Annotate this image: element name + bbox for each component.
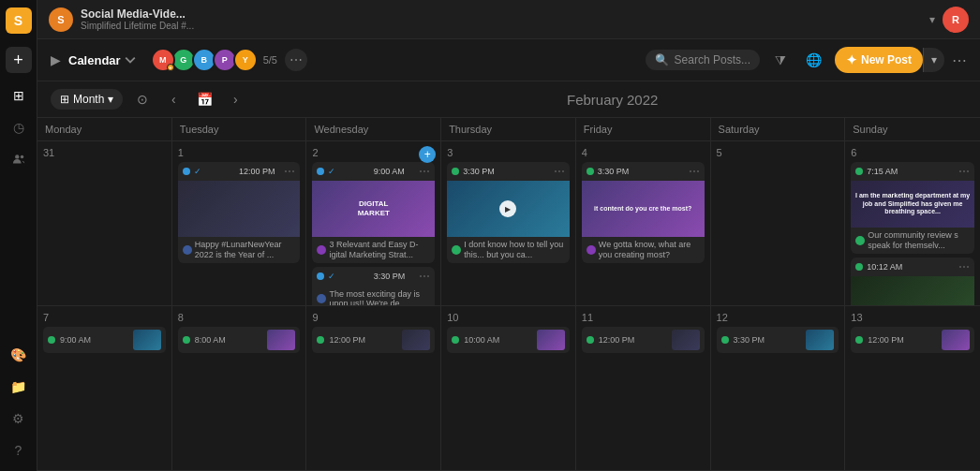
play-icon: ▶: [499, 200, 516, 217]
day-number-4: 4: [582, 147, 705, 158]
prev-month-button[interactable]: ‹: [162, 88, 185, 110]
post-card-header: 3:30 PM ⋯: [447, 162, 570, 181]
workspace-subtitle: Simplified Lifetime Deal #...: [81, 21, 922, 31]
post-thumbnail: [178, 181, 301, 237]
post-card[interactable]: ✓ 12:00 PM ⋯ Happy #LunarNewYear 2022 is…: [178, 162, 301, 263]
new-post-plus-icon: ✦: [846, 52, 857, 67]
sidebar-item-settings[interactable]: ⚙: [6, 405, 32, 432]
post-time: 9:00 AM: [374, 167, 415, 176]
logo-text: S: [14, 13, 22, 28]
filter-button[interactable]: ⧩: [767, 47, 794, 73]
mini-time: 10:00 AM: [464, 335, 499, 345]
view-pin-button[interactable]: ⊙: [130, 87, 155, 111]
post-card[interactable]: ✓ 9:00 AM ⋯ DIGITALMARKET 3 Relevant and…: [312, 162, 435, 263]
sidebar-item-people[interactable]: [6, 146, 32, 172]
post-card-header: 3:30 PM ⋯: [582, 162, 705, 181]
post-thumbnail-text: [237, 207, 241, 211]
new-post-button[interactable]: ✦ New Post: [835, 47, 923, 73]
status-dot: [317, 336, 324, 344]
post-time-2: 10:12 AM: [867, 262, 955, 272]
post-card-2[interactable]: ✓ 3:30 PM ⋯ The most exciting day is upo…: [312, 267, 435, 306]
new-post-dropdown-button[interactable]: ▾: [923, 48, 944, 72]
header-more-button[interactable]: ⋯: [952, 52, 967, 69]
search-bar[interactable]: 🔍 Search Posts...: [646, 50, 760, 70]
status-dot: [48, 336, 55, 344]
day-number-7: 7: [43, 312, 166, 323]
topbar: S Social Media-Vide... Simplified Lifeti…: [37, 0, 980, 39]
mini-time: 12:00 PM: [599, 335, 635, 345]
post-more-button[interactable]: ⋯: [958, 165, 970, 178]
mini-time: 12:00 PM: [329, 335, 365, 345]
day-cell-13: 13 12:00 PM: [845, 306, 980, 471]
sidebar-item-grid[interactable]: ⊞: [6, 82, 32, 109]
mini-time: 8:00 AM: [195, 335, 226, 345]
status-dot: [317, 272, 324, 280]
sidebar-item-help[interactable]: ?: [6, 437, 32, 464]
day-cell-10: 10 10:00 AM: [441, 306, 576, 471]
post-card-mini[interactable]: 10:00 AM: [447, 327, 570, 353]
post-thumbnail: ▶: [447, 181, 570, 237]
sidebar-item-clock[interactable]: ◷: [6, 114, 32, 140]
calendar-header: ▶ Calendar M + G B P Y 5/5 ⋯ 🔍 Search Po…: [37, 39, 980, 81]
day-headers: Monday Tuesday Wednesday Thursday Friday…: [37, 118, 980, 141]
post-caption: 3 Relevant and Easy D-igital Marketing S…: [312, 237, 435, 263]
post-more-button-2[interactable]: ⋯: [419, 270, 430, 283]
post-more-button[interactable]: ⋯: [554, 165, 565, 178]
calendar-grid: Monday Tuesday Wednesday Thursday Friday…: [37, 118, 980, 471]
sidebar-item-folder[interactable]: 📁: [6, 374, 32, 400]
month-label: Month: [73, 93, 104, 106]
platform-icon: [855, 236, 865, 245]
day-number-1: 1: [178, 147, 301, 158]
header-wednesday: Wednesday: [306, 118, 441, 140]
day-number-13: 13: [851, 312, 974, 323]
post-card-mini[interactable]: 12:00 PM: [312, 327, 435, 353]
add-button[interactable]: +: [6, 47, 32, 73]
post-card-mini[interactable]: 8:00 AM: [178, 327, 301, 353]
workspace-avatar: S: [49, 7, 73, 32]
post-card-mini[interactable]: 12:00 PM: [582, 327, 705, 353]
post-caption: We gotta know, what are you creating mos…: [582, 237, 705, 263]
post-check-icon: ✓: [194, 167, 235, 176]
globe-button[interactable]: 🌐: [801, 47, 827, 73]
svg-point-0: [15, 155, 19, 158]
post-time: 3:30 PM: [463, 167, 550, 176]
post-card-mini[interactable]: 12:00 PM: [851, 327, 974, 353]
post-card-header: ✓ 12:00 PM ⋯: [178, 162, 301, 181]
post-caption-2: The most exciting day is upon us!! We're…: [312, 286, 435, 306]
post-card[interactable]: 3:30 PM ⋯ it content do you cre the most…: [582, 162, 705, 263]
calendar-title-button[interactable]: Calendar: [68, 53, 136, 67]
user-avatar[interactable]: R: [943, 7, 969, 33]
day-add-button[interactable]: +: [419, 146, 436, 163]
post-card-header: ✓ 9:00 AM ⋯: [312, 162, 435, 181]
post-card-2[interactable]: 10:12 AM ⋯ Happy #BlackHistory Month How…: [851, 258, 974, 306]
thumbnail-text: it content do you cre the most?: [592, 203, 693, 214]
month-view-button[interactable]: ⊞ Month ▾: [51, 89, 123, 110]
header-monday: Monday: [37, 118, 172, 140]
post-more-button-2[interactable]: ⋯: [958, 260, 970, 273]
avatar-more-button[interactable]: ⋯: [285, 49, 307, 71]
post-card-mini[interactable]: 3:30 PM: [717, 327, 839, 353]
post-caption: Our community review s speak for themsel…: [851, 228, 974, 254]
new-post-label: New Post: [861, 53, 912, 66]
platform-icon: [183, 245, 192, 255]
calendar-label: Calendar: [68, 53, 121, 67]
post-card-mini[interactable]: 9:00 AM: [43, 327, 166, 353]
post-card[interactable]: 7:15 AM ⋯ I am the marketing department …: [851, 162, 974, 254]
new-post-group: ✦ New Post ▾: [835, 47, 944, 73]
sidebar-logo[interactable]: S: [6, 7, 32, 34]
current-month: February: [567, 92, 623, 108]
workspace-chevron-icon[interactable]: ▾: [929, 13, 935, 26]
workspace-title: Social Media-Vide... Simplified Lifetime…: [81, 7, 922, 31]
post-more-button[interactable]: ⋯: [689, 165, 700, 178]
sidebar-item-paint[interactable]: 🎨: [6, 342, 32, 368]
post-more-button[interactable]: ⋯: [284, 165, 295, 178]
header-friday: Friday: [576, 118, 711, 140]
day-number-8: 8: [178, 312, 301, 323]
post-card[interactable]: 3:30 PM ⋯ ▶ I dont know how to tell you …: [447, 162, 570, 263]
calendar-icon-button[interactable]: 📅: [192, 87, 216, 111]
next-month-button[interactable]: ›: [224, 88, 246, 110]
post-more-button[interactable]: ⋯: [419, 165, 430, 178]
post-time-2: 3:30 PM: [374, 272, 415, 281]
post-caption: Happy #LunarNewYear 2022 is the Year of …: [178, 237, 301, 263]
post-thumbnail: I am the marketing department at my job …: [851, 181, 974, 228]
